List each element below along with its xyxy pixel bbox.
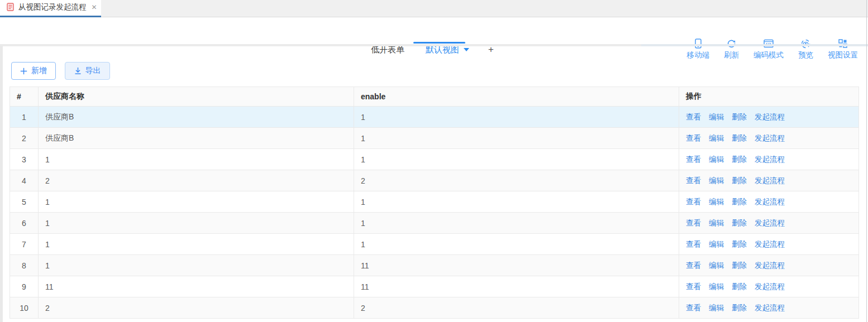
delete-link[interactable]: 删除 [732, 176, 747, 185]
delete-link[interactable]: 删除 [732, 198, 747, 206]
edit-link[interactable]: 编辑 [709, 113, 724, 121]
start-flow-link[interactable]: 发起流程 [755, 198, 785, 206]
view-link[interactable]: 查看 [686, 198, 701, 206]
refresh-button[interactable]: 刷新 [724, 39, 739, 60]
start-flow-link[interactable]: 发起流程 [755, 304, 785, 312]
row-index: 10 [10, 297, 39, 319]
cell-supplier: 供应商B [39, 107, 354, 128]
edit-link[interactable]: 编辑 [709, 155, 724, 164]
view-link[interactable]: 查看 [686, 176, 701, 185]
export-button[interactable]: 导出 [65, 62, 110, 80]
preview-button[interactable]: 预览 [798, 39, 813, 60]
table-row[interactable]: 8 1 11 查看编辑删除发起流程 [10, 255, 859, 276]
view-settings-button[interactable]: 视图设置 [828, 39, 858, 60]
actions-cell: 查看编辑删除发起流程 [679, 297, 859, 319]
cell-supplier: 1 [39, 149, 354, 170]
delete-link[interactable]: 删除 [732, 219, 747, 227]
view-link[interactable]: 查看 [686, 261, 701, 270]
delete-link[interactable]: 删除 [732, 304, 747, 312]
refresh-icon [727, 39, 736, 49]
mobile-button[interactable]: 移动端 [687, 39, 710, 60]
edit-link[interactable]: 编辑 [709, 304, 724, 312]
edit-link[interactable]: 编辑 [709, 176, 724, 185]
cell-enable: 11 [354, 276, 679, 297]
active-view-underline [413, 42, 465, 44]
row-index: 5 [10, 191, 39, 213]
start-flow-link[interactable]: 发起流程 [755, 155, 785, 164]
column-header-supplier: 供应商名称 [39, 87, 354, 107]
cell-supplier: 1 [39, 255, 354, 276]
actions-cell: 查看编辑删除发起流程 [679, 149, 859, 170]
toolbar-divider-right [641, 44, 868, 46]
document-icon [7, 3, 14, 11]
view-link[interactable]: 查看 [686, 304, 701, 312]
column-header-actions: 操作 [679, 87, 859, 107]
table-row[interactable]: 5 1 1 查看编辑删除发起流程 [10, 191, 859, 213]
start-flow-link[interactable]: 发起流程 [755, 176, 785, 185]
export-button-label: 导出 [85, 66, 101, 76]
cell-supplier: 11 [39, 276, 354, 297]
view-link[interactable]: 查看 [686, 282, 701, 291]
plus-icon [20, 68, 27, 75]
cell-enable: 1 [354, 191, 679, 213]
delete-link[interactable]: 删除 [732, 261, 747, 270]
delete-link[interactable]: 删除 [732, 155, 747, 164]
row-index: 9 [10, 276, 39, 297]
tab-view-record-flow[interactable]: 从视图记录发起流程 ✕ [0, 0, 101, 17]
start-flow-link[interactable]: 发起流程 [755, 113, 785, 121]
add-button[interactable]: 新增 [11, 62, 56, 80]
cell-enable: 1 [354, 149, 679, 170]
view-settings-icon [838, 39, 847, 49]
row-index: 3 [10, 149, 39, 170]
start-flow-link[interactable]: 发起流程 [755, 240, 785, 248]
edit-link[interactable]: 编辑 [709, 261, 724, 270]
view-link[interactable]: 查看 [686, 240, 701, 248]
table-row[interactable]: 1 供应商B 1 查看编辑删除发起流程 [10, 107, 859, 128]
cell-enable: 2 [354, 170, 679, 191]
actions-cell: 查看编辑删除发起流程 [679, 107, 859, 128]
delete-link[interactable]: 删除 [732, 113, 747, 121]
table-row[interactable]: 9 11 11 查看编辑删除发起流程 [10, 276, 859, 297]
cell-supplier: 2 [39, 297, 354, 319]
edit-link[interactable]: 编辑 [709, 134, 724, 142]
table-row[interactable]: 2 供应商B 1 查看编辑删除发起流程 [10, 128, 859, 149]
tab-title: 从视图记录发起流程 [18, 2, 87, 12]
row-index: 8 [10, 255, 39, 276]
edit-link[interactable]: 编辑 [709, 240, 724, 248]
edit-link[interactable]: 编辑 [709, 282, 724, 291]
toolbar-actions: 移动端 刷新 [673, 39, 859, 60]
view-link[interactable]: 查看 [686, 134, 701, 142]
row-index: 6 [10, 213, 39, 234]
actions-cell: 查看编辑删除发起流程 [679, 213, 859, 234]
cell-supplier: 1 [39, 191, 354, 213]
add-button-label: 新增 [31, 66, 47, 76]
delete-link[interactable]: 删除 [732, 134, 747, 142]
close-icon[interactable]: ✕ [92, 4, 97, 11]
mobile-icon [695, 39, 702, 49]
edit-link[interactable]: 编辑 [709, 219, 724, 227]
start-flow-link[interactable]: 发起流程 [755, 261, 785, 270]
code-mode-button[interactable]: 编码模式 [753, 39, 784, 60]
chevron-down-icon[interactable] [464, 48, 469, 51]
view-link[interactable]: 查看 [686, 113, 701, 121]
cell-enable: 1 [354, 234, 679, 255]
right-edge-line [866, 0, 867, 322]
table-row[interactable]: 4 2 2 查看编辑删除发起流程 [10, 170, 859, 191]
start-flow-link[interactable]: 发起流程 [755, 134, 785, 142]
view-link[interactable]: 查看 [686, 155, 701, 164]
table-row[interactable]: 6 1 1 查看编辑删除发起流程 [10, 213, 859, 234]
view-link[interactable]: 查看 [686, 219, 701, 227]
app-screen: 从视图记录发起流程 ✕ 低开表单 默认视图 + 移动端 [0, 0, 868, 322]
edit-link[interactable]: 编辑 [709, 198, 724, 206]
cell-supplier: 1 [39, 213, 354, 234]
cell-supplier: 供应商B [39, 128, 354, 149]
table-row[interactable]: 10 2 2 查看编辑删除发起流程 [10, 297, 859, 319]
table-header-row: # 供应商名称 enable 操作 [10, 87, 859, 107]
table-row[interactable]: 7 1 1 查看编辑删除发起流程 [10, 234, 859, 255]
start-flow-link[interactable]: 发起流程 [755, 282, 785, 291]
table-row[interactable]: 3 1 1 查看编辑删除发起流程 [10, 149, 859, 170]
delete-link[interactable]: 删除 [732, 240, 747, 248]
delete-link[interactable]: 删除 [732, 282, 747, 291]
column-header-enable: enable [354, 87, 679, 107]
start-flow-link[interactable]: 发起流程 [755, 219, 785, 227]
